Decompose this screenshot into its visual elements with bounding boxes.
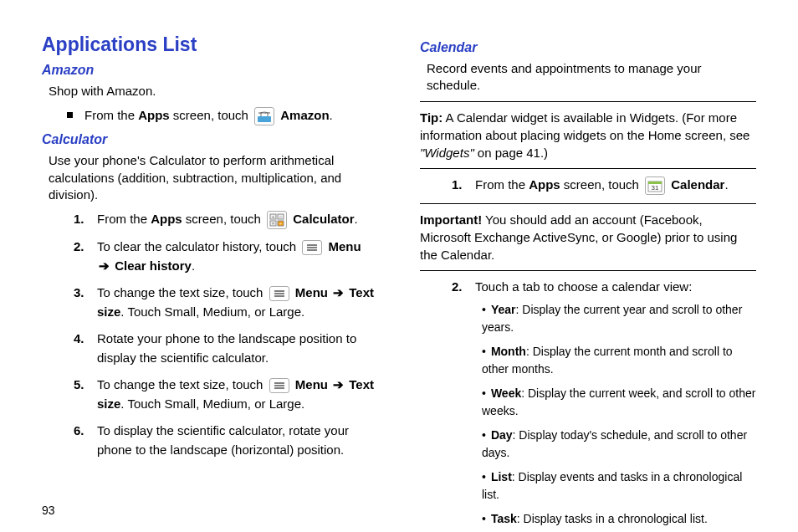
- text: To change the text size, touch: [97, 377, 267, 391]
- svg-text:amazon: amazon: [258, 110, 270, 115]
- page-number: 93: [42, 504, 55, 517]
- text: : Display today's schedule, and scroll t…: [482, 428, 747, 459]
- text: on page 41.): [474, 146, 548, 160]
- text: screen, touch: [170, 108, 252, 122]
- tip-label: Tip:: [420, 110, 442, 125]
- list-item: 6. To display the scientific calculator,…: [74, 422, 378, 459]
- divider: [420, 270, 756, 271]
- arrow-icon: ➔: [333, 377, 344, 391]
- apps-label: Apps: [151, 212, 182, 226]
- amazon-step: From the Apps screen, touch amazon Amazo…: [67, 106, 378, 125]
- amazon-step-text: From the Apps screen, touch amazon Amazo…: [84, 106, 333, 125]
- tip-box: Tip: A Calendar widget is available in W…: [420, 109, 756, 161]
- amazon-label: Amazon: [280, 108, 329, 122]
- label: Month: [491, 345, 526, 358]
- bullet-task: Task: Display tasks in a chronological l…: [482, 510, 756, 528]
- bullet-year: Year: Display the current year and scrol…: [482, 301, 756, 336]
- list-item: 1. From the Apps screen, touch +−×÷ Calc…: [74, 210, 378, 229]
- menu-label: Menu: [295, 285, 328, 299]
- step-num: 6.: [74, 422, 84, 441]
- text: : Display events and tasks in a chronolo…: [482, 470, 742, 501]
- text: .: [355, 212, 358, 226]
- text: Rotate your phone to the landscape posit…: [97, 331, 356, 365]
- amazon-heading: Amazon: [42, 63, 378, 78]
- bullet-week: Week: Display the current week, and scro…: [482, 385, 756, 420]
- text: : Display tasks in a chronological list.: [517, 512, 708, 525]
- step-num: 3.: [74, 284, 84, 303]
- widgets-ref: "Widgets": [420, 146, 474, 160]
- text: To clear the calculator history, touch: [97, 239, 299, 253]
- right-column: Calendar Record events and appointments …: [420, 33, 756, 532]
- menu-label: Menu: [329, 239, 361, 253]
- text: screen, touch: [182, 212, 264, 226]
- square-bullet-icon: [67, 112, 73, 118]
- svg-rect-0: [258, 116, 271, 122]
- step-num: 1.: [74, 210, 84, 229]
- divider: [420, 168, 756, 169]
- calculator-steps: 1. From the Apps screen, touch +−×÷ Calc…: [74, 210, 378, 459]
- calculator-label: Calculator: [293, 212, 354, 226]
- step-num: 5.: [74, 376, 84, 395]
- text: . Touch Small, Medium, or Large.: [120, 396, 304, 411]
- amazon-desc: Shop with Amazon.: [49, 83, 378, 100]
- text: From the: [97, 212, 151, 226]
- section-heading: Applications List: [42, 33, 378, 56]
- svg-text:+: +: [272, 214, 275, 219]
- apps-label: Apps: [138, 108, 170, 122]
- important-label: Important!: [420, 212, 482, 227]
- divider: [420, 101, 756, 102]
- amazon-icon: amazon: [254, 107, 274, 125]
- text: To display the scientific calculator, ro…: [97, 423, 349, 457]
- svg-text:×: ×: [272, 221, 275, 226]
- text: . Touch Small, Medium, or Large.: [120, 304, 304, 319]
- step-num: 1.: [452, 176, 463, 195]
- list-item: 1. From the Apps screen, touch 31 Calend…: [452, 176, 756, 195]
- text: From the: [84, 108, 138, 122]
- text: A Calendar widget is available in Widget…: [420, 110, 749, 142]
- list-item: 5. To change the text size, touch Menu ➔…: [74, 376, 378, 413]
- arrow-icon: ➔: [99, 258, 110, 273]
- list-item: 4. Rotate your phone to the landscape po…: [74, 330, 378, 367]
- menu-icon: [269, 286, 289, 301]
- left-column: Applications List Amazon Shop with Amazo…: [42, 33, 378, 532]
- label: List: [491, 470, 512, 483]
- bullet-day: Day: Display today's schedule, and scrol…: [482, 427, 756, 462]
- calendar-desc: Record events and appointments to manage…: [427, 60, 756, 95]
- text: To change the text size, touch: [97, 285, 267, 299]
- svg-text:−: −: [279, 214, 283, 219]
- calendar-heading: Calendar: [420, 40, 756, 55]
- important-box: Important! You should add an account (Fa…: [420, 211, 756, 263]
- calculator-icon: +−×÷: [267, 211, 287, 229]
- text: : Display the current year and scroll to…: [482, 303, 742, 334]
- step-num: 4.: [74, 330, 84, 349]
- menu-icon: [302, 240, 322, 255]
- apps-label: Apps: [529, 177, 560, 192]
- calendar-label: Calendar: [671, 177, 724, 192]
- text: .: [330, 108, 333, 122]
- text: From the: [475, 177, 529, 192]
- text: Touch a tab to choose a calendar view:: [475, 279, 692, 294]
- list-item: 2. To clear the calculator history, touc…: [74, 238, 378, 275]
- calendar-icon: 31: [645, 176, 665, 195]
- text: : Display the current week, and scroll t…: [482, 386, 755, 417]
- text: .: [724, 177, 728, 192]
- list-item: 2. Touch a tab to choose a calendar view…: [452, 278, 756, 529]
- label: Task: [491, 512, 517, 525]
- divider: [420, 203, 756, 204]
- bullet-list: List: Display events and tasks in a chro…: [482, 468, 756, 504]
- step-num: 2.: [74, 238, 84, 257]
- step-num: 2.: [452, 278, 463, 297]
- clear-history-label: Clear history: [115, 258, 192, 273]
- list-item: 3. To change the text size, touch Menu ➔…: [74, 284, 378, 321]
- arrow-icon: ➔: [333, 285, 344, 299]
- label: Day: [491, 428, 513, 442]
- text: screen, touch: [560, 177, 642, 192]
- label: Week: [491, 386, 521, 400]
- menu-icon: [269, 378, 289, 393]
- label: Year: [491, 303, 516, 316]
- calculator-heading: Calculator: [42, 132, 378, 147]
- bullet-month: Month: Display the current month and scr…: [482, 343, 756, 378]
- text: .: [192, 258, 195, 273]
- calendar-step2: 2. Touch a tab to choose a calendar view…: [452, 278, 756, 529]
- page-columns: Applications List Amazon Shop with Amazo…: [42, 33, 756, 532]
